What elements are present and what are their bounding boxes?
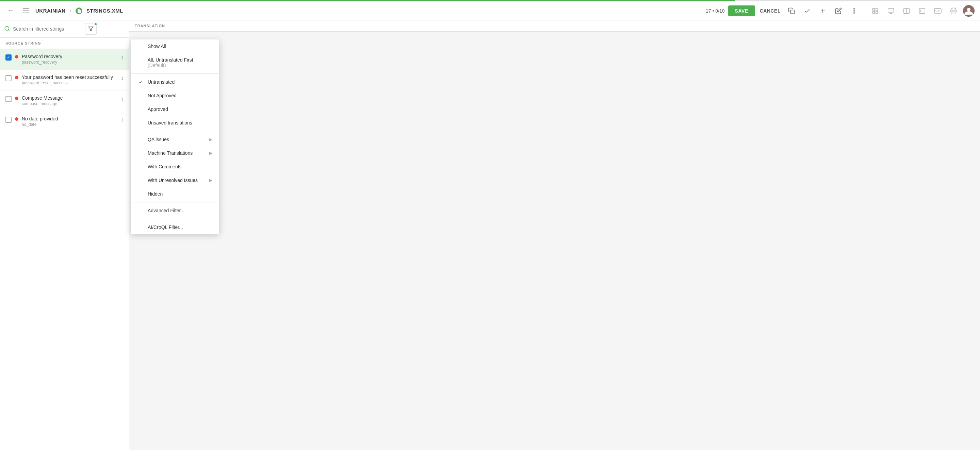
translation-header: TRANSLATION — [129, 21, 980, 32]
string-item[interactable]: Compose Message compose_message ↕ — [0, 91, 129, 111]
string-title: Your password has been reset successfull… — [22, 75, 118, 80]
source-string-header: SOURCE STRING — [0, 38, 129, 49]
layout-table-button[interactable] — [869, 5, 881, 17]
svg-point-25 — [967, 8, 970, 11]
filter-label: Approved — [148, 107, 168, 112]
string-checkbox[interactable] — [5, 54, 11, 60]
string-title: No date provided — [22, 116, 118, 121]
filter-ai-croql[interactable]: AI/CroQL Filter... — [130, 220, 219, 234]
filter-label: AI/CroQL Filter... — [148, 224, 183, 230]
header: ← UKRAINIAN › STRINGS.XML 17 • 0/10 SAVE… — [0, 2, 980, 21]
svg-line-27 — [8, 30, 9, 30]
add-button[interactable] — [817, 5, 829, 17]
string-key: compose_message — [22, 101, 118, 106]
cancel-button[interactable]: CANCEL — [759, 5, 782, 16]
dropdown-divider — [130, 219, 219, 219]
string-item[interactable]: No date provided no_date ↕ — [0, 111, 129, 132]
filter-not-approved[interactable]: Not Approved — [130, 89, 219, 102]
filter-with-unresolved[interactable]: With Unresolved Issues ▶ — [130, 173, 219, 187]
string-item[interactable]: Password recovery password_recovery ↕ — [0, 49, 129, 70]
filter-label: Unsaved translations — [148, 120, 192, 126]
svg-marker-28 — [89, 27, 93, 31]
filter-label: Advanced Filter... — [148, 208, 185, 213]
hamburger-icon — [23, 8, 29, 13]
string-key: no_date — [22, 122, 118, 127]
svg-point-26 — [5, 26, 9, 30]
header-right: 17 • 0/10 SAVE CANCEL — [706, 5, 975, 17]
progress-bar — [0, 0, 980, 2]
filter-advanced[interactable]: Advanced Filter... — [130, 204, 219, 217]
filter-with-comments[interactable]: With Comments — [130, 160, 219, 173]
submenu-arrow-icon: ▶ — [209, 151, 212, 156]
svg-rect-10 — [888, 8, 894, 12]
string-item[interactable]: Your password has been reset successfull… — [0, 70, 129, 91]
filter-label: QA issues — [148, 137, 169, 142]
string-rtl-icon: ↕ — [121, 117, 124, 123]
filter-label: Untranslated — [148, 79, 175, 85]
search-input[interactable] — [13, 26, 81, 32]
svg-rect-0 — [791, 10, 795, 14]
back-icon: ← — [8, 7, 14, 14]
settings-button[interactable] — [947, 5, 959, 17]
language-label: UKRAINIAN — [35, 8, 66, 14]
string-status-dot — [15, 55, 18, 59]
check-button[interactable] — [801, 5, 813, 17]
string-content: Compose Message compose_message — [22, 95, 118, 106]
svg-rect-7 — [876, 8, 878, 10]
string-status-dot — [15, 76, 18, 79]
filter-machine-translations[interactable]: Machine Translations ▶ — [130, 146, 219, 160]
svg-rect-17 — [934, 8, 941, 13]
progress-bar-fill — [0, 0, 735, 2]
string-checkbox[interactable] — [5, 96, 11, 102]
filter-label: Not Approved — [148, 93, 177, 98]
svg-point-5 — [853, 12, 855, 14]
string-content: Your password has been reset successfull… — [22, 75, 118, 85]
filter-approved[interactable]: Approved — [130, 102, 219, 116]
string-content: No date provided no_date — [22, 116, 118, 127]
more-button[interactable] — [848, 5, 860, 17]
filter-show-all[interactable]: Show All — [130, 40, 219, 53]
string-rtl-icon: ↕ — [121, 96, 124, 102]
filter-label: Show All — [148, 43, 166, 49]
filter-label: Hidden — [148, 191, 163, 197]
breadcrumb-separator: › — [70, 8, 72, 14]
filter-button[interactable] — [85, 23, 97, 35]
svg-point-4 — [853, 10, 855, 11]
submenu-arrow-icon: ▶ — [209, 178, 212, 183]
string-status-dot — [15, 117, 18, 121]
menu-button[interactable] — [21, 5, 31, 16]
filter-dropdown-menu: Show All All, Untranslated First (Defaul… — [130, 40, 219, 234]
edit-button[interactable] — [832, 5, 845, 17]
user-avatar[interactable] — [963, 5, 975, 17]
stats-label: 17 • 0/10 — [706, 8, 725, 14]
svg-rect-9 — [876, 11, 878, 13]
terminal-button[interactable] — [916, 5, 928, 17]
copy-button[interactable] — [785, 5, 798, 17]
back-button[interactable]: ← — [5, 5, 16, 16]
string-checkbox[interactable] — [5, 117, 11, 123]
filter-label: All, Untranslated First (Default) — [148, 57, 212, 68]
string-checkbox[interactable] — [5, 75, 11, 81]
main-content: SOURCE STRING Password recovery password… — [0, 21, 980, 450]
filter-hidden[interactable]: Hidden — [130, 187, 219, 201]
string-list: Password recovery password_recovery ↕ Yo… — [0, 49, 129, 450]
filter-unsaved[interactable]: Unsaved translations — [130, 116, 219, 130]
search-icon — [4, 25, 10, 33]
string-title: Password recovery — [22, 54, 118, 59]
save-button[interactable]: SAVE — [728, 5, 755, 16]
search-bar — [0, 21, 129, 38]
dropdown-divider — [130, 202, 219, 202]
string-status-dot — [15, 97, 18, 100]
layout-screen-button[interactable] — [885, 5, 897, 17]
string-content: Password recovery password_recovery — [22, 54, 118, 65]
string-rtl-icon: ↕ — [121, 54, 124, 60]
filter-active-dot — [94, 22, 97, 26]
filter-all-untranslated-first[interactable]: All, Untranslated First (Default) — [130, 53, 219, 72]
layout-split-button[interactable] — [900, 5, 913, 17]
svg-point-3 — [853, 8, 855, 10]
filter-qa-issues[interactable]: QA issues ▶ — [130, 133, 219, 146]
string-key: password_recovery — [22, 60, 118, 65]
svg-rect-8 — [873, 11, 875, 13]
filter-untranslated[interactable]: ✓ Untranslated — [130, 75, 219, 89]
keyboard-button[interactable] — [932, 5, 944, 17]
